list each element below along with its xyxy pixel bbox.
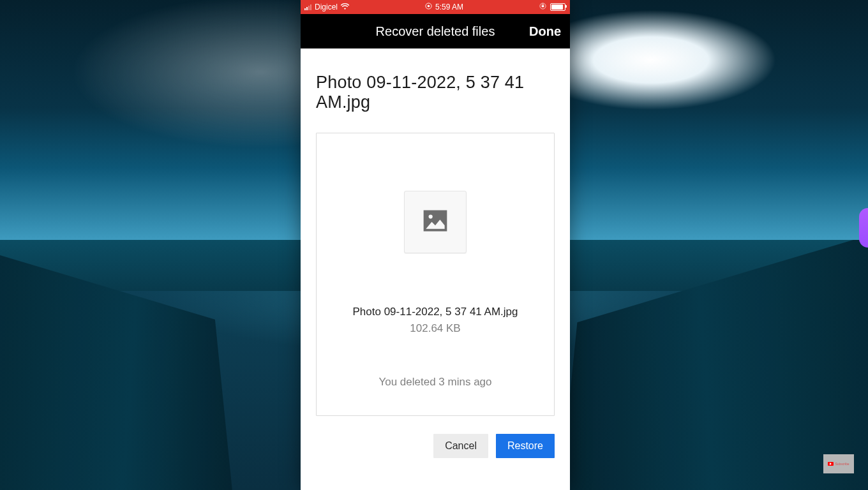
done-button[interactable]: Done: [529, 24, 561, 39]
status-bar: Digicel 5:59 AM: [301, 0, 570, 14]
wifi-icon: [341, 3, 349, 11]
clock-time: 5:59 AM: [435, 3, 463, 11]
app-navbar: Recover deleted files Done: [301, 14, 570, 48]
file-title: Photo 09-11-2022, 5 37 41 AM.jpg: [316, 73, 555, 112]
subscribe-badge[interactable]: Subscribe: [823, 454, 854, 473]
battery-icon: [550, 3, 565, 11]
orientation-lock-icon: [539, 3, 546, 11]
subscribe-label: Subscribe: [835, 462, 849, 466]
file-thumbnail: [404, 191, 467, 253]
carrier-label: Digicel: [315, 3, 338, 11]
svg-rect-3: [542, 5, 544, 7]
restore-button[interactable]: Restore: [496, 434, 555, 458]
svg-point-5: [429, 215, 433, 219]
file-card: Photo 09-11-2022, 5 37 41 AM.jpg 102.64 …: [316, 133, 555, 416]
deleted-info: You deleted 3 mins ago: [378, 376, 491, 389]
recording-icon: [425, 3, 432, 11]
cell-signal-icon: [304, 4, 311, 10]
youtube-icon: [828, 462, 834, 466]
side-widget-handle[interactable]: [859, 208, 868, 248]
phone-screen: Digicel 5:59 AM Recover deleted files Do…: [301, 0, 570, 490]
svg-point-1: [428, 5, 430, 8]
file-name: Photo 09-11-2022, 5 37 41 AM.jpg: [353, 306, 518, 318]
app-body: Photo 09-11-2022, 5 37 41 AM.jpg Photo 0…: [301, 48, 570, 490]
file-size: 102.64 KB: [410, 322, 460, 335]
navbar-title: Recover deleted files: [376, 24, 495, 39]
action-row: Cancel Restore: [316, 434, 555, 458]
cancel-button[interactable]: Cancel: [433, 434, 488, 458]
image-placeholder-icon: [421, 207, 449, 237]
